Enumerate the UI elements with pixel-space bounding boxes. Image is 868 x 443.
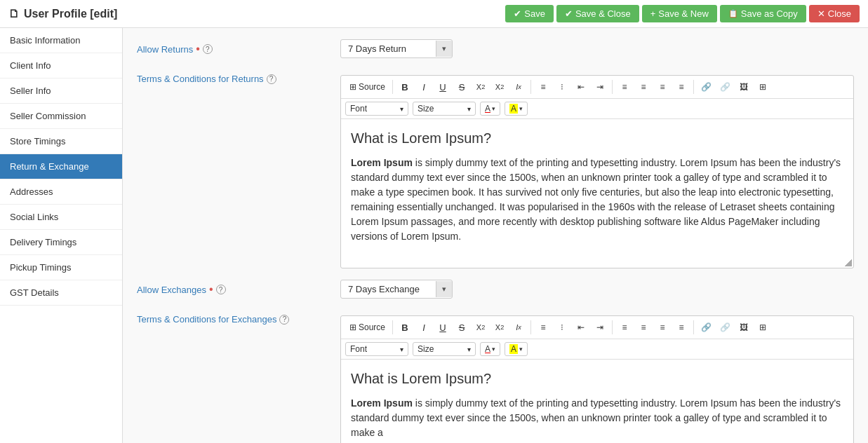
returns-rte-content[interactable]: What is Lorem Ipsum? Lorem Ipsum is simp… (341, 119, 853, 258)
indent-dec-button[interactable]: ⇤ (572, 79, 590, 95)
required-indicator: • (196, 43, 200, 55)
italic2-button[interactable]: Ix (509, 79, 528, 95)
returns-content-text: is simply dummy text of the printing and… (351, 157, 841, 242)
save-copy-button[interactable]: 📋 Save as Copy (720, 5, 806, 22)
exchanges-content-heading: What is Lorem Ipsum? (351, 368, 843, 389)
terms-exchanges-label: Terms & Conditions for Exchanges ? (137, 310, 340, 325)
returns-size-select[interactable]: Size ▾ (413, 102, 476, 116)
superscript-button[interactable]: X2 (490, 79, 509, 95)
strikethrough-button[interactable]: S (453, 79, 471, 95)
exchanges-align-left-button[interactable]: ≡ (615, 319, 634, 336)
exchanges-subscript-button[interactable]: X2 (472, 319, 490, 336)
sidebar-item-seller-commission[interactable]: Seller Commission (0, 104, 122, 129)
underline-button[interactable]: U (434, 79, 452, 95)
dropdown-arrow-icon[interactable]: ▾ (436, 41, 452, 57)
font-arrow-icon: ▾ (400, 105, 403, 113)
sidebar-item-return-exchange[interactable]: Return & Exchange (0, 154, 122, 179)
align-center-button[interactable]: ≡ (634, 79, 653, 95)
link-button[interactable]: 🔗 (697, 79, 715, 95)
sidebar-item-basic-information[interactable]: Basic Information (0, 28, 122, 53)
returns-font-select[interactable]: Font ▾ (345, 102, 408, 116)
exchanges-image-button[interactable]: 🖼 (735, 319, 753, 336)
subscript-button[interactable]: X2 (472, 79, 490, 95)
returns-content-strong: Lorem Ipsum (351, 157, 413, 168)
terms-returns-editor-container: ⊞ Source B I U S X2 X2 Ix ≡ ⁝ (340, 69, 854, 268)
allow-returns-dropdown[interactable]: 7 Days Return ▾ (340, 39, 453, 58)
exchanges-underline-button[interactable]: U (434, 319, 452, 336)
exchanges-font-select[interactable]: Font ▾ (345, 342, 408, 356)
exchanges-link-button[interactable]: 🔗 (697, 319, 715, 336)
save-close-button[interactable]: ✔ Save & Close (556, 5, 639, 22)
exchanges-toolbar-separator (392, 320, 393, 334)
sidebar-item-addresses[interactable]: Addresses (0, 179, 122, 205)
exchanges-bg-color-btn[interactable]: A ▾ (505, 342, 528, 356)
help-icon-allow-returns[interactable]: ? (203, 44, 213, 54)
help-icon-terms-returns[interactable]: ? (267, 74, 276, 84)
exchanges-strikethrough-button[interactable]: S (453, 319, 471, 336)
exchanges-size-select[interactable]: Size ▾ (413, 342, 476, 356)
exchanges-superscript-button[interactable]: X2 (490, 319, 509, 336)
allow-returns-control: 7 Days Return ▾ (340, 39, 854, 58)
exchanges-indent-inc-button[interactable]: ⇥ (591, 319, 609, 336)
sidebar-item-pickup-timings[interactable]: Pickup Timings (0, 255, 122, 280)
allow-exchanges-label: Allow Exchanges • ? (137, 280, 340, 295)
save-new-icon: + (650, 8, 656, 19)
sidebar-item-delivery-timings[interactable]: Delivery Timings (0, 230, 122, 255)
unlink-button[interactable]: 🔗 (716, 79, 734, 95)
source-button[interactable]: ⊞ Source (345, 79, 389, 95)
indent-inc-button[interactable]: ⇥ (591, 79, 609, 95)
help-icon-allow-exchanges[interactable]: ? (216, 285, 226, 294)
bold-button[interactable]: B (396, 79, 414, 95)
exchanges-rte-toolbar-row2: Font ▾ Size ▾ A ▾ A ▾ (341, 339, 853, 360)
ordered-list-button[interactable]: ≡ (534, 79, 552, 95)
close-button[interactable]: ✕ Close (809, 5, 860, 22)
exchanges-ordered-list-button[interactable]: ≡ (534, 319, 552, 336)
unordered-list-button[interactable]: ⁝ (553, 79, 571, 95)
exchanges-source-icon: ⊞ (349, 322, 356, 332)
sidebar-item-gst-details[interactable]: GST Details (0, 280, 122, 306)
exchanges-font-arrow-icon: ▾ (400, 346, 403, 353)
italic-button[interactable]: I (415, 79, 433, 95)
exchanges-bg-color-arrow-icon: ▾ (519, 346, 523, 353)
exchanges-indent-dec-button[interactable]: ⇤ (572, 319, 590, 336)
doc-icon: 🗋 (8, 8, 20, 20)
exchanges-font-color-a-icon: A (485, 344, 490, 354)
allow-returns-row: Allow Returns • ? 7 Days Return ▾ (137, 39, 854, 58)
exchanges-bold-button[interactable]: B (396, 319, 414, 336)
exchanges-font-color-btn[interactable]: A ▾ (480, 342, 500, 356)
exchanges-rte-content[interactable]: What is Lorem Ipsum? Lorem Ipsum is simp… (341, 360, 853, 443)
exchanges-italic-button[interactable]: I (415, 319, 433, 336)
exchanges-align-center-button[interactable]: ≡ (634, 319, 653, 336)
terms-exchanges-editor-container: ⊞ Source B I U S X2 X2 Ix ≡ ⁝ (340, 310, 854, 443)
sidebar-item-client-info[interactable]: Client Info (0, 53, 122, 79)
table-button[interactable]: ⊞ (754, 79, 772, 95)
help-icon-terms-exchanges[interactable]: ? (279, 315, 289, 325)
exchanges-unlink-button[interactable]: 🔗 (716, 319, 734, 336)
exchanges-toolbar-separator3 (612, 320, 613, 334)
resize-handle[interactable] (845, 259, 852, 266)
exchanges-unordered-list-button[interactable]: ⁝ (553, 319, 571, 336)
save-button[interactable]: ✔ Save (505, 5, 554, 22)
exchanges-italic2-button[interactable]: Ix (509, 319, 528, 336)
exchanges-content-strong: Lorem Ipsum (351, 397, 413, 409)
align-right-button[interactable]: ≡ (653, 79, 672, 95)
source-icon: ⊞ (349, 82, 356, 92)
justify-button[interactable]: ≡ (672, 79, 690, 95)
save-new-button[interactable]: + Save & New (642, 5, 717, 22)
exchanges-source-button[interactable]: ⊞ Source (345, 319, 389, 336)
sidebar-item-seller-info[interactable]: Seller Info (0, 79, 122, 104)
returns-bg-color-btn[interactable]: A ▾ (505, 102, 528, 116)
sidebar-item-store-timings[interactable]: Store Timings (0, 129, 122, 154)
align-left-button[interactable]: ≡ (615, 79, 634, 95)
exchanges-table-button[interactable]: ⊞ (754, 319, 772, 336)
dropdown-arrow-exchanges-icon[interactable]: ▾ (436, 281, 452, 297)
layout: Basic Information Client Info Seller Inf… (0, 28, 868, 443)
exchanges-align-right-button[interactable]: ≡ (653, 319, 672, 336)
terms-returns-label: Terms & Conditions for Returns ? (137, 69, 340, 84)
sidebar-item-social-links[interactable]: Social Links (0, 205, 122, 230)
exchanges-justify-button[interactable]: ≡ (672, 319, 690, 336)
returns-font-color-btn[interactable]: A ▾ (480, 102, 500, 116)
toolbar-separator4 (693, 80, 694, 94)
allow-exchanges-dropdown[interactable]: 7 Days Exchange ▾ (340, 280, 453, 299)
image-button[interactable]: 🖼 (735, 79, 753, 95)
